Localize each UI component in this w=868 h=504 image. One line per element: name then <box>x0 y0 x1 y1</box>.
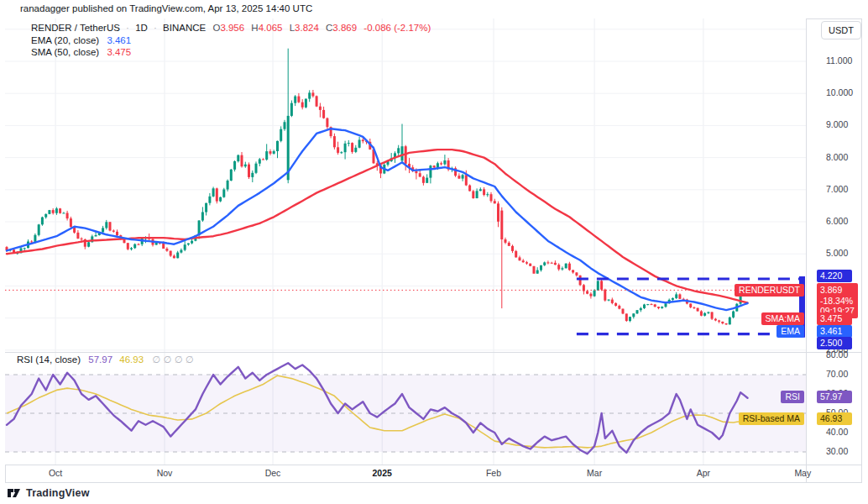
rsi-ma-tag: RSI-based MA <box>739 412 804 425</box>
ema-value-label: 3.461 <box>817 325 852 338</box>
rsi-legend[interactable]: RSI (14, close) 57.97 46.93 ∅ ∅ ∅ ∅ <box>17 354 194 365</box>
price-axis-tick: 6.000 <box>826 216 848 226</box>
timeframe[interactable]: 1D <box>135 23 148 33</box>
rsi-ma-value: 46.93 <box>119 354 144 365</box>
time-axis-label[interactable]: Feb <box>473 468 514 478</box>
rsi-pane[interactable] <box>5 352 806 465</box>
rsi-axis-tick: 80.00 <box>826 349 848 360</box>
exchange: BINANCE <box>163 23 206 33</box>
price-axis-tick: 9.000 <box>826 119 848 129</box>
price-pane[interactable] <box>5 18 806 352</box>
high-value: 4.065 <box>259 23 283 33</box>
tradingview-logo-icon <box>7 486 21 500</box>
rsi-empty-values: ∅ ∅ ∅ ∅ <box>152 354 194 365</box>
time-axis-label[interactable]: Oct <box>35 468 76 478</box>
price-label-resistance[interactable]: 4.220 <box>817 270 852 282</box>
high-key: H <box>251 23 258 33</box>
open-value: 3.956 <box>220 23 244 33</box>
price-axis-tick: 7.000 <box>826 184 848 194</box>
low-value: 3.824 <box>295 23 319 33</box>
footer: TradingView <box>7 486 90 500</box>
ema-tag: EMA <box>776 325 804 338</box>
symbol-legend: RENDER / TetherUS · 1D · BINANCE O3.956 … <box>31 23 431 33</box>
ema-value: 3.461 <box>107 35 131 45</box>
time-axis-label[interactable]: 2025 <box>362 468 402 478</box>
close-value: 3.869 <box>332 23 357 33</box>
time-axis-label[interactable]: Dec <box>253 468 293 478</box>
rsi-tag: RSI <box>781 391 804 403</box>
symbol-price-tag: RENDERUSDT <box>735 284 804 297</box>
ema-label: EMA (20, close) <box>31 35 99 45</box>
rsi-value: 57.97 <box>88 354 112 365</box>
price-axis-tick: 5.000 <box>826 248 848 258</box>
change-value: -0.086 (-2.17%) <box>363 23 431 33</box>
sma-label: SMA (50, close) <box>31 47 99 57</box>
time-axis-label[interactable]: Mar <box>574 468 614 478</box>
rsi-label: RSI (14, close) <box>17 354 81 365</box>
sma-tag: SMA:MA <box>761 312 804 325</box>
tradingview-chart-screenshot: ranadagger published on TradingView.com,… <box>0 0 868 504</box>
rsi-value-label: 57.97 <box>817 391 852 403</box>
rsi-axis-tick: 40.00 <box>826 427 848 437</box>
rsi-axis-tick: 30.00 <box>826 446 848 456</box>
price-axis-tick: 11.000 <box>826 55 852 66</box>
ema-legend[interactable]: EMA (20, close) 3.461 <box>31 35 131 45</box>
price-label-support[interactable]: 2.500 <box>817 337 852 349</box>
attribution: ranadagger published on TradingView.com,… <box>20 3 312 13</box>
rsi-ma-value-label: 46.93 <box>817 412 852 425</box>
brand-name: TradingView <box>26 487 90 499</box>
sma-value-label: 3.475 <box>817 312 852 325</box>
price-axis-separator <box>806 18 807 483</box>
price-axis-tick: 8.000 <box>826 152 848 162</box>
time-axis-label[interactable]: Apr <box>683 468 724 478</box>
currency-button[interactable]: USDT <box>821 21 861 39</box>
rsi-axis-tick: 70.00 <box>826 369 848 379</box>
pane-separator[interactable] <box>5 352 862 353</box>
time-axis-label[interactable]: Nov <box>144 468 185 478</box>
time-axis-label[interactable]: May <box>782 468 823 478</box>
time-axis-separator <box>5 465 862 465</box>
sma-legend[interactable]: SMA (50, close) 3.475 <box>31 47 131 57</box>
sma-value: 3.475 <box>107 47 131 57</box>
price-axis-tick: 10.000 <box>826 87 853 97</box>
symbol-title[interactable]: RENDER / TetherUS <box>31 23 120 33</box>
